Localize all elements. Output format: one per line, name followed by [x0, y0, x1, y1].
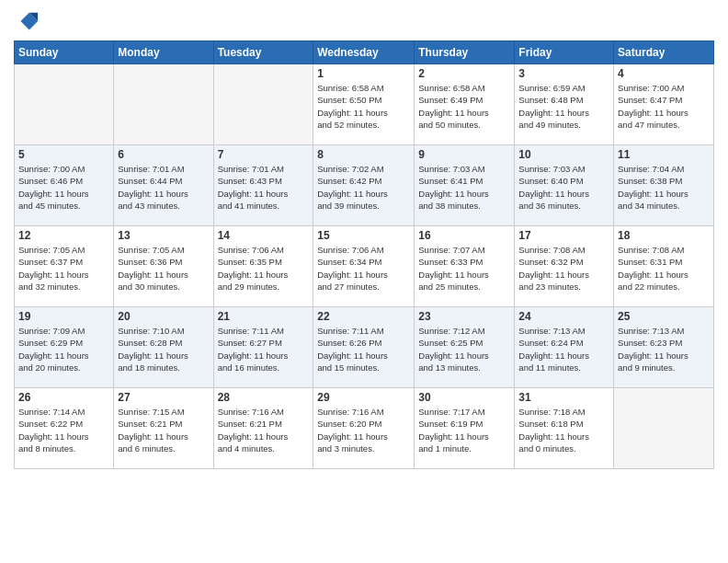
table-row: 28Sunrise: 7:16 AMSunset: 6:21 PMDayligh… — [213, 388, 313, 469]
cell-text: Sunset: 6:27 PM — [218, 337, 310, 349]
cell-text: Sunrise: 7:06 AM — [317, 244, 410, 256]
cell-text: Sunset: 6:29 PM — [18, 337, 109, 349]
cell-text: Daylight: 11 hours — [418, 269, 510, 281]
cell-text: Sunset: 6:46 PM — [18, 175, 109, 187]
cell-text: Sunrise: 7:18 AM — [518, 406, 609, 418]
cell-text: Sunrise: 7:11 AM — [218, 325, 310, 337]
table-row: 11Sunrise: 7:04 AMSunset: 6:38 PMDayligh… — [614, 145, 714, 226]
day-number: 8 — [317, 148, 410, 161]
cell-text: Daylight: 11 hours — [317, 107, 410, 119]
cell-text: Daylight: 11 hours — [317, 188, 410, 200]
cell-text: Sunrise: 7:15 AM — [118, 406, 209, 418]
table-row: 4Sunrise: 7:00 AMSunset: 6:47 PMDaylight… — [614, 64, 714, 145]
cell-text: Sunrise: 7:06 AM — [218, 244, 310, 256]
cell-text: Sunset: 6:35 PM — [218, 256, 310, 268]
table-row: 22Sunrise: 7:11 AMSunset: 6:26 PMDayligh… — [313, 307, 415, 388]
cell-text: Sunrise: 7:17 AM — [418, 406, 510, 418]
cell-text: Daylight: 11 hours — [218, 269, 310, 281]
day-number: 9 — [418, 148, 510, 161]
col-monday: Monday — [114, 41, 213, 64]
day-number: 19 — [18, 310, 109, 323]
cell-text: Sunrise: 7:04 AM — [618, 163, 710, 175]
calendar-header-row: Sunday Monday Tuesday Wednesday Thursday… — [15, 41, 714, 64]
day-number: 17 — [518, 229, 609, 242]
table-row — [114, 64, 213, 145]
cell-text: Sunrise: 7:10 AM — [118, 325, 209, 337]
cell-text: Sunset: 6:26 PM — [317, 337, 410, 349]
cell-text: Daylight: 11 hours — [218, 350, 310, 362]
day-number: 23 — [418, 310, 510, 323]
table-row: 1Sunrise: 6:58 AMSunset: 6:50 PMDaylight… — [313, 64, 415, 145]
day-number: 5 — [18, 148, 109, 161]
cell-text: Sunrise: 6:58 AM — [418, 82, 510, 94]
table-row: 13Sunrise: 7:05 AMSunset: 6:36 PMDayligh… — [114, 226, 213, 307]
logo-icon — [14, 9, 40, 35]
cell-text: Sunset: 6:22 PM — [18, 418, 109, 430]
cell-text: and 13 minutes. — [418, 362, 510, 373]
cell-text: and 6 minutes. — [118, 442, 209, 454]
col-tuesday: Tuesday — [213, 41, 313, 64]
day-number: 11 — [618, 148, 710, 161]
cell-text: and 20 minutes. — [18, 362, 109, 373]
table-row: 9Sunrise: 7:03 AMSunset: 6:41 PMDaylight… — [415, 145, 515, 226]
table-row: 24Sunrise: 7:13 AMSunset: 6:24 PMDayligh… — [515, 307, 614, 388]
table-row: 2Sunrise: 6:58 AMSunset: 6:49 PMDaylight… — [415, 64, 515, 145]
cell-text: Sunset: 6:21 PM — [118, 418, 209, 430]
cell-text: Sunset: 6:44 PM — [118, 175, 209, 187]
cell-text: Sunset: 6:32 PM — [518, 256, 609, 268]
cell-text: Sunset: 6:49 PM — [418, 94, 510, 106]
day-number: 25 — [618, 310, 710, 323]
table-row: 18Sunrise: 7:08 AMSunset: 6:31 PMDayligh… — [614, 226, 714, 307]
cell-text: Daylight: 11 hours — [618, 188, 710, 200]
cell-text: Sunrise: 7:08 AM — [618, 244, 710, 256]
cell-text: Daylight: 11 hours — [518, 431, 609, 442]
cell-text: Daylight: 11 hours — [518, 269, 609, 281]
table-row: 5Sunrise: 7:00 AMSunset: 6:46 PMDaylight… — [15, 145, 114, 226]
col-wednesday: Wednesday — [313, 41, 415, 64]
table-row — [15, 64, 114, 145]
day-number: 22 — [317, 310, 410, 323]
header — [14, 9, 714, 35]
cell-text: Daylight: 11 hours — [218, 431, 310, 442]
day-number: 12 — [18, 229, 109, 242]
cell-text: and 9 minutes. — [618, 362, 710, 373]
cell-text: Sunset: 6:24 PM — [518, 337, 609, 349]
cell-text: Sunset: 6:19 PM — [418, 418, 510, 430]
table-row — [614, 388, 714, 469]
cell-text: Sunset: 6:31 PM — [618, 256, 710, 268]
cell-text: and 16 minutes. — [218, 362, 310, 373]
logo — [14, 9, 41, 35]
cell-text: Daylight: 11 hours — [18, 350, 109, 362]
table-row: 25Sunrise: 7:13 AMSunset: 6:23 PMDayligh… — [614, 307, 714, 388]
cell-text: and 47 minutes. — [618, 119, 710, 131]
day-number: 10 — [518, 148, 609, 161]
cell-text: Sunset: 6:21 PM — [218, 418, 310, 430]
cell-text: and 30 minutes. — [118, 281, 209, 293]
cell-text: Daylight: 11 hours — [518, 350, 609, 362]
cell-text: and 52 minutes. — [317, 119, 410, 131]
cell-text: Sunset: 6:23 PM — [618, 337, 710, 349]
cell-text: Sunset: 6:41 PM — [418, 175, 510, 187]
calendar-week-row: 26Sunrise: 7:14 AMSunset: 6:22 PMDayligh… — [15, 388, 714, 469]
cell-text: Sunrise: 7:14 AM — [18, 406, 109, 418]
day-number: 29 — [317, 391, 410, 404]
day-number: 24 — [518, 310, 609, 323]
cell-text: and 32 minutes. — [18, 281, 109, 293]
cell-text: and 29 minutes. — [218, 281, 310, 293]
table-row: 3Sunrise: 6:59 AMSunset: 6:48 PMDaylight… — [515, 64, 614, 145]
col-saturday: Saturday — [614, 41, 714, 64]
day-number: 14 — [218, 229, 310, 242]
cell-text: Daylight: 11 hours — [118, 188, 209, 200]
cell-text: Daylight: 11 hours — [18, 269, 109, 281]
cell-text: and 0 minutes. — [518, 442, 609, 454]
cell-text: Sunset: 6:50 PM — [317, 94, 410, 106]
cell-text: Daylight: 11 hours — [618, 107, 710, 119]
day-number: 16 — [418, 229, 510, 242]
table-row: 8Sunrise: 7:02 AMSunset: 6:42 PMDaylight… — [313, 145, 415, 226]
table-row: 30Sunrise: 7:17 AMSunset: 6:19 PMDayligh… — [415, 388, 515, 469]
cell-text: and 34 minutes. — [618, 200, 710, 212]
day-number: 4 — [618, 67, 710, 80]
cell-text: and 49 minutes. — [518, 119, 609, 131]
cell-text: Daylight: 11 hours — [317, 269, 410, 281]
cell-text: Sunset: 6:34 PM — [317, 256, 410, 268]
